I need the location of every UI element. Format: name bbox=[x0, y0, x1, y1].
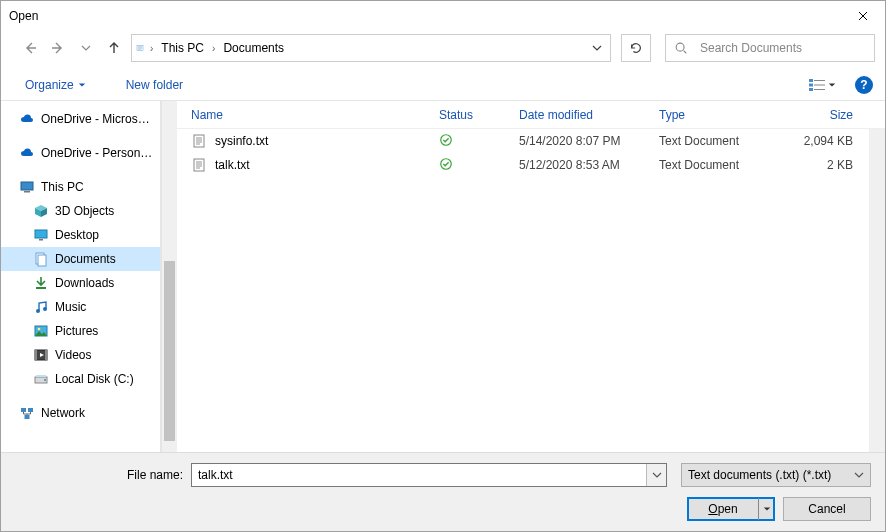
column-size[interactable]: Size bbox=[783, 108, 853, 122]
open-dialog: Open › This PC › Documents bbox=[0, 0, 886, 532]
videos-icon bbox=[33, 347, 49, 363]
tree-3d-objects[interactable]: 3D Objects bbox=[1, 199, 160, 223]
synced-icon bbox=[439, 136, 453, 150]
caret-down-icon bbox=[763, 505, 771, 513]
column-type[interactable]: Type bbox=[659, 108, 783, 122]
filename-dropdown-button[interactable] bbox=[646, 464, 666, 486]
tree-scrollbar[interactable] bbox=[161, 101, 177, 452]
downloads-icon bbox=[33, 275, 49, 291]
pictures-icon bbox=[33, 323, 49, 339]
text-file-icon bbox=[191, 133, 207, 149]
navigation-tree[interactable]: OneDrive - Micros… OneDrive - Person… Th… bbox=[1, 101, 161, 452]
forward-button[interactable] bbox=[47, 37, 69, 59]
tree-documents[interactable]: Documents bbox=[1, 247, 160, 271]
filename-label: File name: bbox=[15, 468, 191, 482]
tree-network[interactable]: Network bbox=[1, 401, 160, 425]
folder-icon bbox=[132, 35, 148, 61]
arrow-left-icon bbox=[22, 40, 38, 56]
svg-point-15 bbox=[36, 309, 40, 313]
cube-icon bbox=[33, 203, 49, 219]
back-button[interactable] bbox=[19, 37, 41, 59]
tree-music[interactable]: Music bbox=[1, 295, 160, 319]
tree-desktop[interactable]: Desktop bbox=[1, 223, 160, 247]
svg-rect-14 bbox=[36, 287, 46, 289]
column-date[interactable]: Date modified bbox=[519, 108, 659, 122]
toolbar: Organize New folder ? bbox=[1, 69, 885, 101]
title-bar: Open bbox=[1, 1, 885, 31]
up-button[interactable] bbox=[103, 37, 125, 59]
chevron-down-icon bbox=[592, 43, 602, 53]
synced-icon bbox=[439, 160, 453, 174]
chevron-right-icon: › bbox=[210, 43, 217, 54]
address-bar[interactable]: › This PC › Documents bbox=[131, 34, 611, 62]
caret-down-icon bbox=[78, 81, 86, 89]
help-button[interactable]: ? bbox=[855, 76, 873, 94]
svg-rect-11 bbox=[39, 239, 43, 241]
tree-onedrive-personal[interactable]: OneDrive - Person… bbox=[1, 141, 160, 165]
documents-icon bbox=[33, 251, 49, 267]
svg-rect-3 bbox=[814, 80, 825, 81]
search-input[interactable] bbox=[698, 40, 866, 56]
caret-down-icon bbox=[828, 81, 836, 89]
cloud-icon bbox=[19, 145, 35, 161]
svg-rect-10 bbox=[35, 230, 47, 238]
breadcrumb-documents[interactable]: Documents bbox=[217, 35, 290, 61]
desktop-icon bbox=[33, 227, 49, 243]
music-icon bbox=[33, 299, 49, 315]
svg-rect-13 bbox=[38, 255, 46, 266]
open-button-label: pen bbox=[718, 502, 738, 516]
column-status[interactable]: Status bbox=[439, 108, 519, 122]
filename-input[interactable] bbox=[192, 464, 646, 486]
svg-point-1 bbox=[676, 43, 684, 51]
tree-videos[interactable]: Videos bbox=[1, 343, 160, 367]
close-button[interactable] bbox=[840, 1, 885, 31]
window-title: Open bbox=[9, 9, 38, 23]
svg-rect-27 bbox=[25, 415, 30, 419]
address-dropdown-button[interactable] bbox=[582, 35, 610, 61]
svg-rect-30 bbox=[194, 159, 204, 171]
tree-onedrive-ms[interactable]: OneDrive - Micros… bbox=[1, 107, 160, 131]
svg-rect-6 bbox=[809, 88, 813, 91]
new-folder-button[interactable]: New folder bbox=[120, 74, 189, 96]
chevron-down-icon bbox=[854, 470, 864, 480]
footer: File name: Text documents (.txt) (*.txt)… bbox=[1, 452, 885, 531]
svg-point-18 bbox=[38, 328, 41, 331]
open-button[interactable]: Open bbox=[687, 497, 775, 521]
open-split-button[interactable] bbox=[758, 498, 774, 520]
tree-local-disk[interactable]: Local Disk (C:) bbox=[1, 367, 160, 391]
help-icon: ? bbox=[860, 78, 867, 92]
svg-point-16 bbox=[43, 307, 47, 311]
view-options-button[interactable] bbox=[803, 75, 841, 95]
organize-button[interactable]: Organize bbox=[19, 74, 92, 96]
arrow-up-icon bbox=[106, 40, 122, 56]
chevron-right-icon: › bbox=[148, 43, 155, 54]
details-view-icon bbox=[808, 78, 826, 92]
file-type-filter[interactable]: Text documents (.txt) (*.txt) bbox=[681, 463, 871, 487]
tree-pictures[interactable]: Pictures bbox=[1, 319, 160, 343]
navigation-row: › This PC › Documents bbox=[1, 31, 885, 69]
breadcrumb-this-pc[interactable]: This PC bbox=[155, 35, 210, 61]
scrollbar-thumb[interactable] bbox=[164, 261, 175, 441]
svg-rect-8 bbox=[21, 182, 33, 190]
file-row[interactable]: talk.txt 5/12/2020 8:53 AM Text Document… bbox=[177, 153, 869, 177]
tree-downloads[interactable]: Downloads bbox=[1, 271, 160, 295]
refresh-button[interactable] bbox=[621, 34, 651, 62]
cloud-icon bbox=[19, 111, 35, 127]
column-headers[interactable]: Name Status Date modified Type Size bbox=[177, 101, 885, 129]
column-name[interactable]: Name bbox=[191, 108, 439, 122]
text-file-icon bbox=[191, 157, 207, 173]
filename-combo[interactable] bbox=[191, 463, 667, 487]
body: OneDrive - Micros… OneDrive - Person… Th… bbox=[1, 101, 885, 452]
close-icon bbox=[858, 11, 868, 21]
cancel-button[interactable]: Cancel bbox=[783, 497, 871, 521]
list-scrollbar[interactable] bbox=[869, 129, 885, 452]
svg-rect-21 bbox=[45, 350, 47, 360]
svg-rect-0 bbox=[137, 46, 143, 51]
search-box[interactable] bbox=[665, 34, 875, 62]
search-icon bbox=[674, 41, 688, 55]
recent-locations-button[interactable] bbox=[75, 37, 97, 59]
svg-rect-26 bbox=[28, 408, 33, 412]
file-row[interactable]: sysinfo.txt 5/14/2020 8:07 PM Text Docum… bbox=[177, 129, 869, 153]
tree-this-pc[interactable]: This PC bbox=[1, 175, 160, 199]
svg-rect-20 bbox=[35, 350, 37, 360]
